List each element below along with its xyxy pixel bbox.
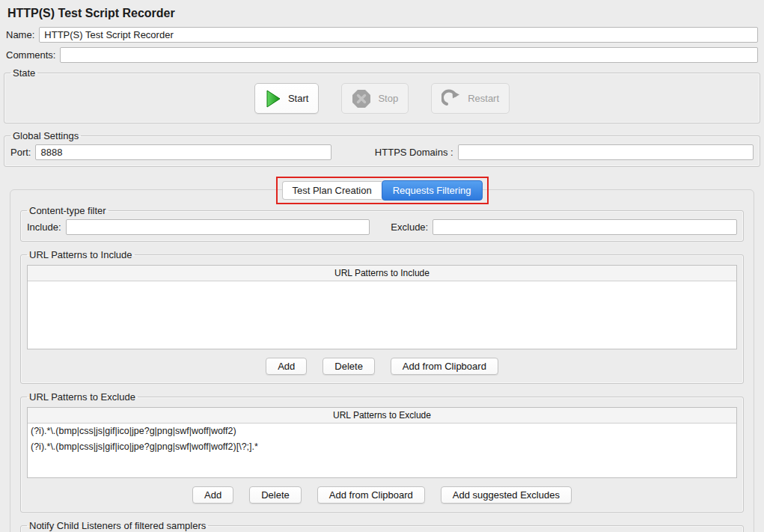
- exclude-table-body[interactable]: (?i).*\.(bmp|css|js|gif|ico|jpe?g|png|sw…: [28, 424, 736, 477]
- restart-button-label: Restart: [468, 93, 499, 104]
- include-filter-input[interactable]: [66, 219, 370, 235]
- url-patterns-include-section: URL Patterns to Include URL Patterns to …: [20, 249, 744, 384]
- state-section: State Start Stop: [4, 67, 760, 123]
- content-type-filter-legend: Content-type filter: [27, 205, 109, 216]
- restart-button[interactable]: Restart: [431, 83, 510, 114]
- exclude-table-header: URL Patterns to Exclude: [28, 408, 736, 424]
- comments-label: Comments:: [6, 49, 55, 61]
- start-button-label: Start: [288, 93, 308, 104]
- exclude-delete-button[interactable]: Delete: [249, 486, 302, 504]
- name-row: Name:: [6, 27, 758, 43]
- add-suggested-excludes-button[interactable]: Add suggested Excludes: [441, 486, 572, 504]
- exclude-filter-label: Exclude:: [391, 221, 428, 233]
- page-title: HTTP(S) Test Script Recorder: [0, 0, 764, 25]
- https-domains-label: HTTPS Domains :: [375, 147, 453, 158]
- url-patterns-exclude-section: URL Patterns to Exclude URL Patterns to …: [20, 391, 744, 513]
- notify-section: Notify Child Listeners of filtered sampl…: [20, 520, 744, 532]
- tab-container: Test Plan Creation Requests Filtering Co…: [10, 189, 754, 532]
- url-patterns-exclude-legend: URL Patterns to Exclude: [27, 391, 138, 403]
- start-button[interactable]: Start: [254, 83, 319, 114]
- exclude-pattern-row[interactable]: (?i).*\.(bmp|css|js|gif|ico|jpe?g|png|sw…: [28, 424, 736, 439]
- state-legend: State: [10, 67, 37, 79]
- global-settings-legend: Global Settings: [10, 130, 81, 141]
- global-settings-section: Global Settings Port: HTTPS Domains :: [4, 130, 760, 167]
- include-patterns-table[interactable]: URL Patterns to Include: [27, 265, 737, 349]
- name-label: Name:: [6, 29, 34, 40]
- include-table-body[interactable]: [28, 281, 736, 349]
- port-label: Port:: [10, 147, 31, 158]
- restart-icon: [441, 89, 461, 108]
- include-add-from-clipboard-button[interactable]: Add from Clipboard: [391, 358, 498, 375]
- annotation-box: Test Plan Creation Requests Filtering: [275, 177, 488, 204]
- include-table-header: URL Patterns to Include: [28, 266, 736, 281]
- include-delete-button[interactable]: Delete: [323, 358, 375, 375]
- stop-icon: [352, 89, 371, 108]
- exclude-add-button[interactable]: Add: [192, 486, 233, 504]
- url-patterns-include-legend: URL Patterns to Include: [27, 249, 135, 260]
- requests-filtering-panel: Content-type filter Include: Exclude: UR…: [10, 189, 754, 532]
- include-add-button[interactable]: Add: [266, 358, 307, 375]
- notify-legend: Notify Child Listeners of filtered sampl…: [27, 520, 208, 531]
- exclude-pattern-row[interactable]: (?i).*\.(bmp|css|js|gif|ico|jpe?g|png|sw…: [28, 439, 736, 455]
- exclude-add-from-clipboard-button[interactable]: Add from Clipboard: [317, 486, 425, 504]
- play-icon: [265, 89, 281, 108]
- exclude-patterns-table[interactable]: URL Patterns to Exclude (?i).*\.(bmp|css…: [27, 407, 737, 478]
- comments-row: Comments:: [6, 47, 758, 63]
- stop-button[interactable]: Stop: [341, 83, 409, 114]
- tab-test-plan-creation[interactable]: Test Plan Creation: [281, 181, 381, 200]
- comments-input[interactable]: [60, 47, 758, 63]
- tab-bar: Test Plan Creation Requests Filtering: [281, 181, 482, 200]
- include-filter-label: Include:: [27, 221, 61, 233]
- tab-requests-filtering[interactable]: Requests Filtering: [382, 180, 483, 201]
- name-input[interactable]: [39, 27, 758, 43]
- https-domains-input[interactable]: [458, 144, 754, 160]
- content-type-filter-section: Content-type filter Include: Exclude:: [20, 205, 744, 242]
- exclude-filter-input[interactable]: [433, 219, 737, 235]
- port-input[interactable]: [35, 144, 331, 160]
- stop-button-label: Stop: [378, 93, 398, 104]
